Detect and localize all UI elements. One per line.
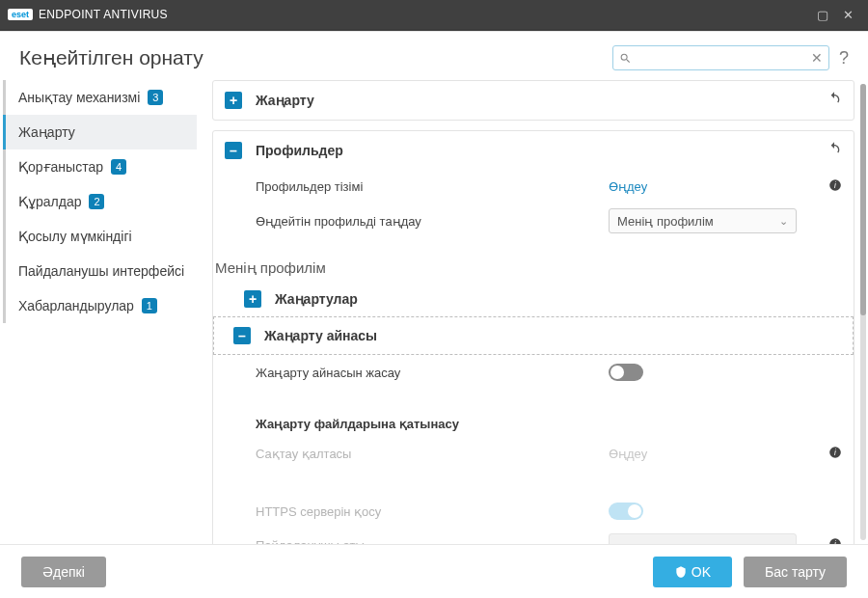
link-edit-folder: Өңдеу (609, 447, 647, 461)
sidebar-item-label: Пайдаланушы интерфейсі (18, 263, 184, 279)
row-profile-list: Профильдер тізімі Өңдеу i (225, 172, 842, 202)
sidebar-item-notifications[interactable]: Хабарландырулар 1 (3, 288, 197, 323)
toggle-create-mirror[interactable] (609, 364, 643, 381)
section-header-updates[interactable]: Жаңартулар (213, 281, 854, 317)
row-storage-folder: Сақтау қалтасы Өңдеу i (225, 439, 842, 469)
sidebar-item-connectivity[interactable]: Қосылу мүмкіндігі (3, 219, 197, 254)
collapse-icon[interactable] (225, 142, 242, 159)
label-profile-select: Өңдейтін профильді таңдау (256, 214, 609, 229)
window-close-icon[interactable]: ✕ (835, 8, 860, 22)
ok-button[interactable]: OK (653, 557, 732, 587)
expand-icon[interactable] (244, 290, 261, 308)
row-username: Пайдаланушы аты i (225, 527, 842, 544)
revert-icon[interactable] (827, 141, 842, 160)
sidebar-item-label: Жаңарту (18, 124, 75, 140)
section-header-update[interactable]: Жаңарту (213, 81, 854, 120)
section-header-mirror[interactable]: Жаңарту айнасы (213, 316, 854, 355)
svg-text:i: i (834, 448, 836, 457)
section-profiles: Профильдер Профильдер тізімі Өңдеу i Өңд… (212, 130, 854, 544)
sidebar-item-update[interactable]: Жаңарту (3, 115, 197, 150)
chevron-down-icon: ⌄ (779, 215, 788, 228)
link-edit-profiles[interactable]: Өңдеу (609, 179, 647, 194)
sidebar-item-label: Құралдар (18, 194, 81, 209)
search-icon (619, 52, 632, 65)
sidebar-item-detection[interactable]: Анықтау механизмі 3 (3, 80, 197, 115)
content-panel: Жаңарту Профильдер Профильдер тізімі Өңд… (203, 80, 868, 544)
label-profile-list: Профильдер тізімі (256, 179, 609, 194)
label-create-mirror: Жаңарту айнасын жасау (256, 366, 609, 380)
subprofile-heading: Менің профилім (213, 252, 854, 281)
search-box[interactable]: ✕ (612, 45, 829, 70)
info-icon[interactable]: i (828, 178, 842, 195)
sidebar-badge: 2 (89, 194, 104, 209)
shield-icon (674, 565, 688, 579)
info-icon[interactable]: i (828, 537, 842, 545)
input-username (609, 533, 797, 544)
toggle-https (609, 503, 643, 520)
cancel-button[interactable]: Бас тарту (744, 557, 847, 587)
sidebar-badge: 1 (142, 298, 157, 313)
help-icon[interactable]: ? (839, 48, 849, 68)
search-clear-icon[interactable]: ✕ (811, 50, 823, 66)
svg-text:i: i (834, 539, 836, 544)
expand-icon[interactable] (225, 92, 242, 109)
row-https: HTTPS серверін қосу (225, 496, 842, 527)
info-icon[interactable]: i (828, 446, 842, 462)
titlebar: eset ENDPOINT ANTIVIRUS ▢ ✕ (0, 0, 868, 29)
label-files-header: Жаңарту файлдарына қатынасу (256, 417, 609, 431)
search-input[interactable] (632, 51, 811, 66)
window-maximize-icon[interactable]: ▢ (810, 8, 835, 22)
label-https: HTTPS серверін қосу (256, 504, 609, 519)
collapse-icon[interactable] (233, 327, 251, 344)
brand-badge: eset (8, 9, 33, 20)
sidebar-item-label: Хабарландырулар (18, 298, 134, 313)
sidebar: Анықтау механизмі 3 Жаңарту Қорғаныстар … (0, 80, 203, 544)
sidebar-item-ui[interactable]: Пайдаланушы интерфейсі (3, 254, 197, 288)
row-files-header: Жаңарту файлдарына қатынасу (225, 409, 842, 439)
sidebar-item-label: Қосылу мүмкіндігі (18, 229, 132, 244)
scrollbar-thumb[interactable] (860, 84, 866, 315)
revert-icon[interactable] (827, 91, 842, 110)
label-username: Пайдаланушы аты (256, 538, 609, 545)
sidebar-item-label: Анықтау механизмі (18, 90, 140, 105)
label-storage-folder: Сақтау қалтасы (256, 447, 609, 461)
section-update: Жаңарту (212, 80, 854, 121)
sidebar-item-tools[interactable]: Құралдар 2 (3, 184, 197, 219)
select-profile[interactable]: Менің профилім ⌄ (609, 208, 797, 233)
svg-text:i: i (834, 181, 836, 190)
section-title: Жаңарту айнасы (264, 328, 841, 343)
page-title: Кеңейтілген орнату (19, 46, 203, 69)
sidebar-badge: 4 (111, 159, 126, 175)
row-create-mirror: Жаңарту айнасын жасау (225, 357, 842, 388)
product-name: ENDPOINT ANTIVIRUS (39, 8, 168, 21)
footer: Әдепкі OK Бас тарту (0, 544, 868, 598)
select-value: Менің профилім (617, 214, 714, 229)
row-profile-select: Өңдейтін профильді таңдау Менің профилім… (225, 202, 842, 240)
sidebar-item-label: Қорғаныстар (18, 159, 103, 175)
section-header-profiles[interactable]: Профильдер (213, 131, 854, 170)
sidebar-item-protections[interactable]: Қорғаныстар 4 (3, 150, 197, 184)
section-title: Жаңарту (256, 93, 827, 108)
page-header: Кеңейтілген орнату ✕ ? (0, 32, 868, 80)
sidebar-badge: 3 (148, 90, 163, 105)
default-button[interactable]: Әдепкі (21, 557, 106, 587)
ok-label: OK (692, 564, 711, 580)
section-title: Жаңартулар (275, 291, 842, 307)
section-title: Профильдер (256, 143, 827, 158)
